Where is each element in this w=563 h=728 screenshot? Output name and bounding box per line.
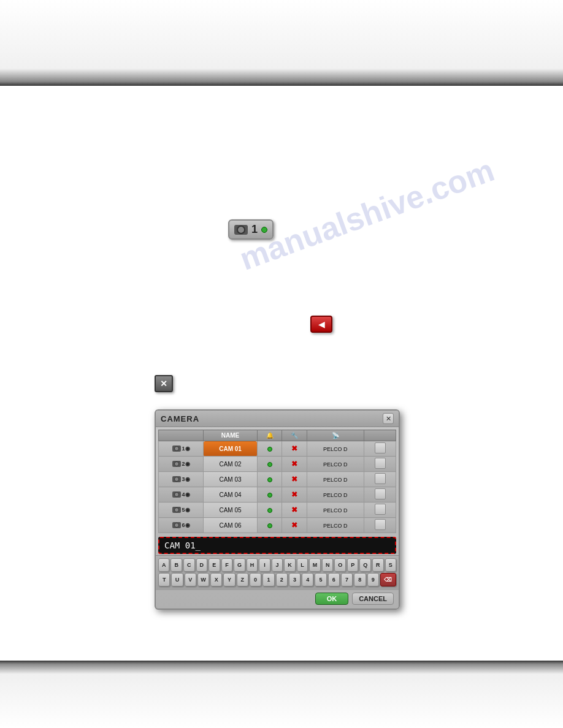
key-P[interactable]: P [347, 558, 359, 572]
dialog-title: CAMERA [161, 414, 199, 423]
key-T[interactable]: T [158, 573, 170, 586]
key-S[interactable]: S [385, 558, 397, 572]
status-dot [267, 477, 272, 482]
cam-x-cell: ✖ [282, 518, 307, 533]
key-W[interactable]: W [197, 573, 209, 586]
key-Z[interactable]: Z [237, 573, 248, 586]
red-x-icon: ✖ [291, 460, 297, 468]
dialog-button-row: OK CANCEL [156, 590, 399, 609]
standalone-close-button[interactable] [155, 375, 173, 392]
status-dot [267, 447, 272, 452]
key-J[interactable]: J [272, 558, 283, 572]
key-8[interactable]: 8 [354, 573, 366, 586]
key-G[interactable]: G [234, 558, 245, 572]
cam-name-cell[interactable]: CAM 06 [204, 518, 258, 533]
cam-name-cell[interactable]: CAM 02 [204, 457, 258, 472]
cam-action-btn[interactable] [375, 442, 386, 453]
key-M[interactable]: M [309, 558, 321, 572]
key-4[interactable]: 4 [302, 573, 313, 586]
red-x-icon: ✖ [291, 506, 297, 514]
cam-btn-cell [364, 518, 396, 533]
key-B[interactable]: B [170, 558, 182, 572]
cam-action-btn[interactable] [375, 519, 386, 530]
cam-icon-tiny [172, 522, 181, 528]
cam-btn-cell [364, 502, 396, 518]
cam-id-cell: 1◉ [159, 441, 204, 457]
arrow-button[interactable] [310, 316, 332, 333]
keyboard-row-2: T U V W X Y Z 0 1 2 3 4 5 6 7 8 9 ⌫ [158, 573, 396, 586]
key-0[interactable]: 0 [250, 573, 261, 586]
key-6[interactable]: 6 [328, 573, 340, 586]
table-row[interactable]: 6◉ CAM 06 ✖ PELCO D [159, 518, 396, 533]
cam-name-cell[interactable]: CAM 05 [204, 502, 258, 518]
key-Y[interactable]: Y [223, 573, 235, 586]
cam-action-btn[interactable] [375, 504, 386, 515]
status-dot [267, 508, 272, 513]
key-N[interactable]: N [322, 558, 334, 572]
key-D[interactable]: D [196, 558, 208, 572]
key-7[interactable]: 7 [341, 573, 353, 586]
table-row[interactable]: 3◉ CAM 03 ✖ PELCO D [159, 472, 396, 487]
dialog-titlebar: CAMERA ✕ [156, 411, 399, 427]
key-A[interactable]: A [158, 558, 170, 572]
cam-protocol-cell: PELCO D [307, 502, 364, 518]
cam-dot-cell [257, 487, 282, 502]
key-L[interactable]: L [297, 558, 308, 572]
key-I[interactable]: I [259, 558, 270, 572]
status-dot [267, 462, 272, 467]
cam-action-btn[interactable] [375, 473, 386, 484]
col-header-bell: 🔔 [257, 430, 282, 441]
red-x-icon: ✖ [291, 521, 297, 529]
key-U[interactable]: U [171, 573, 183, 586]
cam-x-cell: ✖ [282, 487, 307, 502]
cam-btn-cell [364, 487, 396, 502]
key-2[interactable]: 2 [276, 573, 288, 586]
cam-x-cell: ✖ [282, 502, 307, 518]
cam-name-cell[interactable]: CAM 04 [204, 487, 258, 502]
table-row[interactable]: 2◉ CAM 02 ✖ PELCO D [159, 457, 396, 472]
camera-number: 1 [251, 223, 258, 236]
cam-btn-cell [364, 441, 396, 457]
key-R[interactable]: R [372, 558, 384, 572]
key-9[interactable]: 9 [367, 573, 379, 586]
key-F[interactable]: F [221, 558, 233, 572]
key-C[interactable]: C [183, 558, 195, 572]
status-dot [267, 523, 272, 528]
name-input[interactable]: CAM 01_ [158, 537, 396, 554]
col-header-protocol: 📡 [307, 430, 364, 441]
ok-button[interactable]: OK [315, 593, 349, 605]
cam-name-cell[interactable]: CAM 01 [204, 441, 258, 457]
cam-dot-cell [257, 472, 282, 487]
top-bar [0, 0, 563, 86]
key-H[interactable]: H [247, 558, 258, 572]
cam-action-btn[interactable] [375, 488, 386, 499]
cam-x-cell: ✖ [282, 441, 307, 457]
red-x-icon: ✖ [291, 490, 297, 499]
table-row[interactable]: 5◉ CAM 05 ✖ PELCO D [159, 502, 396, 518]
col-header-name: NAME [204, 430, 258, 441]
cam-icon-tiny [172, 446, 181, 452]
bottom-bar [0, 661, 563, 728]
cam-id-cell: 5◉ [159, 502, 204, 518]
key-X[interactable]: X [210, 573, 222, 586]
key-1[interactable]: 1 [262, 573, 274, 586]
table-row[interactable]: 4◉ CAM 04 ✖ PELCO D [159, 487, 396, 502]
key-3[interactable]: 3 [289, 573, 301, 586]
key-Q[interactable]: Q [359, 558, 371, 572]
dialog-close-button[interactable]: ✕ [383, 413, 394, 424]
key-E[interactable]: E [209, 558, 220, 572]
key-O[interactable]: O [334, 558, 346, 572]
backspace-key[interactable]: ⌫ [380, 573, 396, 586]
key-5[interactable]: 5 [315, 573, 326, 586]
key-K[interactable]: K [284, 558, 296, 572]
cancel-button[interactable]: CANCEL [352, 593, 394, 605]
cam-icon-tiny [172, 491, 181, 498]
cam-icon-tiny [172, 476, 181, 482]
cam-id-cell: 6◉ [159, 518, 204, 533]
key-V[interactable]: V [185, 573, 196, 586]
cam-protocol-cell: PELCO D [307, 518, 364, 533]
camera-icon [234, 225, 248, 235]
cam-action-btn[interactable] [375, 458, 386, 469]
cam-name-cell[interactable]: CAM 03 [204, 472, 258, 487]
table-row[interactable]: 1◉ CAM 01 ✖ PELCO D [159, 441, 396, 457]
